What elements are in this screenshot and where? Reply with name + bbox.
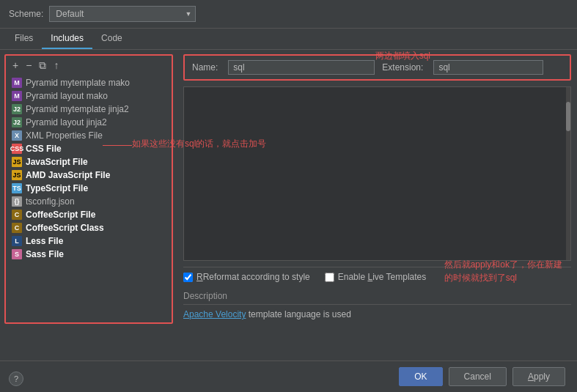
scheme-label: Scheme: [9, 9, 43, 19]
tabs-bar: Files Includes Code [0, 29, 577, 50]
file-item[interactable]: J2Pyramid mytemplate jinja2 [6, 103, 172, 116]
file-item-name: Pyramid layout mako [26, 91, 108, 101]
file-item[interactable]: CCoffeeScript Class [6, 221, 172, 234]
apply-button[interactable]: Apply [512, 367, 565, 386]
file-item-name: Sass File [26, 249, 64, 259]
bottom-bar: OK Cancel Apply [0, 360, 577, 392]
extension-input[interactable] [433, 60, 543, 75]
file-type-icon: J2 [12, 104, 22, 114]
export-button[interactable]: ↑ [51, 59, 61, 72]
remove-button[interactable]: − [23, 59, 34, 72]
file-item[interactable]: MPyramid layout mako [6, 89, 172, 103]
tab-files[interactable]: Files [6, 29, 42, 49]
name-input[interactable] [228, 60, 375, 75]
cancel-button[interactable]: Cancel [449, 367, 507, 386]
file-type-icon: JS [12, 170, 22, 180]
copy-button[interactable]: ⧉ [37, 59, 48, 72]
file-item-name: CSS File [26, 144, 62, 154]
pattern-area [183, 86, 571, 261]
apache-velocity-link[interactable]: Apache Velocity [183, 309, 246, 319]
reformat-checkbox-item: RReformat according to style [183, 272, 310, 282]
file-type-icon: M [12, 78, 22, 88]
file-item[interactable]: CSSCSS File [6, 142, 172, 155]
live-templates-label[interactable]: Enable Live Templates [338, 272, 427, 282]
right-panel: 两边都填入sql Name: Extension: RR [177, 50, 577, 328]
file-item[interactable]: SSass File [6, 248, 172, 261]
name-ext-row: Name: Extension: [183, 54, 571, 81]
tab-includes[interactable]: Includes [42, 29, 92, 49]
file-type-icon: J2 [12, 117, 22, 127]
file-item-name: CoffeeScript Class [26, 223, 104, 233]
extension-label: Extension: [382, 62, 423, 73]
file-item-name: AMD JavaScript File [26, 170, 110, 180]
description-title: Description [183, 291, 571, 301]
file-type-icon: L [12, 236, 22, 246]
file-type-icon: X [12, 130, 22, 141]
file-type-icon: JS [12, 157, 22, 167]
reformat-checkbox[interactable] [183, 273, 193, 282]
file-type-icon: C [12, 210, 22, 220]
file-item[interactable]: {}tsconfig.json [6, 195, 172, 208]
options-row: RReformat according to style Enable Live… [183, 267, 571, 286]
file-item[interactable]: JSAMD JavaScript File [6, 169, 172, 182]
file-item[interactable]: XXML Properties File [6, 129, 172, 142]
ok-button[interactable]: OK [399, 367, 442, 386]
add-button[interactable]: + [10, 59, 21, 72]
scheme-dropdown[interactable]: Default [49, 6, 196, 22]
list-toolbar: + − ⧉ ↑ [6, 56, 172, 75]
description-section: Description Apache Velocity template lan… [183, 286, 571, 324]
file-type-icon: TS [12, 183, 22, 193]
file-item-name: Less File [26, 236, 63, 246]
file-item[interactable]: LLess File [6, 234, 172, 248]
name-label: Name: [192, 62, 218, 73]
file-item-name: XML Properties File [26, 130, 103, 141]
reformat-label[interactable]: RReformat according to style [196, 272, 310, 282]
file-type-icon: {} [12, 196, 22, 207]
file-item[interactable]: JSJavaScript File [6, 155, 172, 169]
description-text: Apache Velocity template language is use… [183, 309, 571, 319]
file-list: MPyramid mytemplate makoMPyramid layout … [6, 75, 172, 322]
file-type-icon: CSS [12, 144, 22, 154]
help-button[interactable]: ? [9, 371, 23, 386]
file-item[interactable]: J2Pyramid layout jinja2 [6, 116, 172, 129]
file-type-icon: C [12, 223, 22, 233]
live-templates-checkbox-item: Enable Live Templates [325, 272, 427, 282]
file-item-name: tsconfig.json [26, 196, 75, 207]
file-item[interactable]: CCoffeeScript File [6, 208, 172, 221]
file-type-icon: M [12, 91, 22, 101]
file-item-name: JavaScript File [26, 157, 88, 167]
file-item-name: CoffeeScript File [26, 210, 95, 220]
file-item[interactable]: TSTypeScript File [6, 182, 172, 195]
tab-code[interactable]: Code [92, 29, 131, 49]
live-templates-checkbox[interactable] [325, 273, 334, 282]
file-type-icon: S [12, 249, 22, 259]
file-type-list-panel: + − ⧉ ↑ MPyramid mytemplate makoMPyramid… [4, 54, 173, 324]
file-item-name: TypeScript File [26, 183, 88, 193]
file-item-name: Pyramid mytemplate mako [26, 78, 130, 88]
file-item-name: Pyramid layout jinja2 [26, 117, 107, 127]
file-item[interactable]: MPyramid mytemplate mako [6, 76, 172, 89]
file-item-name: Pyramid mytemplate jinja2 [26, 104, 129, 114]
